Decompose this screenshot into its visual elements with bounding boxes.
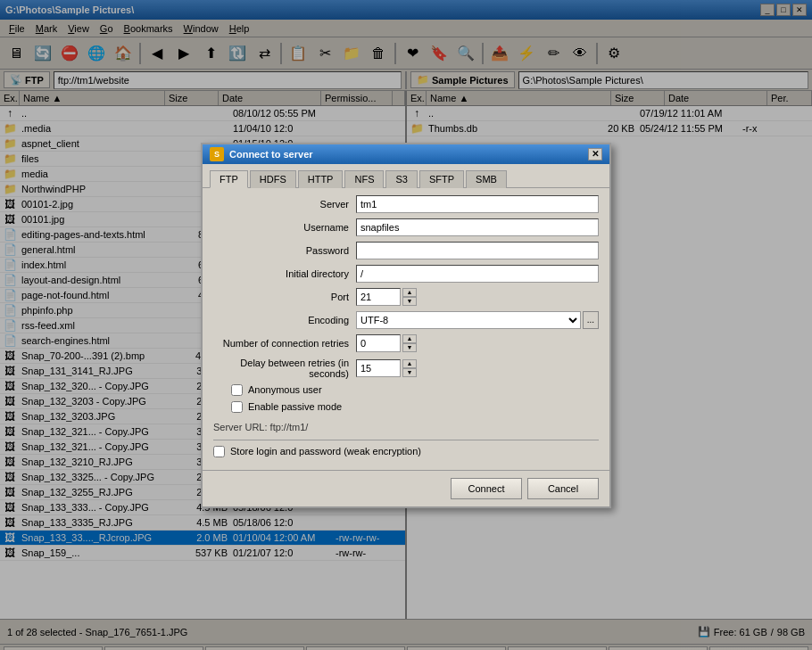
password-row: Password: [213, 242, 599, 259]
port-input[interactable]: [356, 288, 401, 306]
anonymous-row: Anonymous user: [213, 384, 599, 396]
retries-spin-up[interactable]: ▲: [402, 334, 417, 343]
dialog-tabs: FTP HDFS HTTP NFS S3 SFTP SMB: [203, 164, 609, 187]
passive-row: Enable passive mode: [213, 401, 599, 413]
port-label: Port: [213, 292, 356, 302]
passive-checkbox[interactable]: [231, 401, 243, 413]
dialog-title-left: S Connect to server: [210, 147, 313, 161]
server-row: Server: [213, 195, 599, 213]
username-row: Username: [213, 218, 599, 236]
port-row: Port ▲ ▼: [213, 288, 599, 306]
delay-spin-down[interactable]: ▼: [402, 368, 417, 377]
connect-button[interactable]: Connect: [451, 478, 522, 499]
delay-label: Delay between retries (in seconds): [213, 358, 356, 379]
store-checkbox[interactable]: [213, 446, 225, 457]
connect-dialog: S Connect to server ✕ FTP HDFS HTTP NFS …: [201, 143, 611, 508]
tab-ftp[interactable]: FTP: [210, 170, 248, 188]
server-input[interactable]: [356, 195, 599, 213]
tab-s3[interactable]: S3: [385, 170, 417, 188]
encoding-label: Encoding: [213, 315, 356, 325]
dialog-close-button[interactable]: ✕: [588, 148, 602, 160]
retries-spin-down[interactable]: ▼: [402, 343, 417, 352]
delay-spin-up[interactable]: ▲: [402, 359, 417, 368]
encoding-select[interactable]: UTF-8: [356, 311, 581, 329]
delay-row: Delay between retries (in seconds) ▲ ▼: [213, 358, 599, 379]
delay-spinner: ▲ ▼: [402, 359, 417, 377]
initial-dir-label: Initial directory: [213, 268, 356, 279]
dialog-overlay: S Connect to server ✕ FTP HDFS HTTP NFS …: [0, 0, 812, 650]
retries-label: Number of connection retries: [213, 338, 356, 349]
cancel-button[interactable]: Cancel: [527, 478, 599, 499]
tab-sftp[interactable]: SFTP: [419, 170, 464, 188]
delay-input[interactable]: [356, 359, 401, 377]
port-spin-up[interactable]: ▲: [402, 288, 417, 297]
encoding-group: UTF-8 ...: [356, 311, 599, 329]
passive-label: Enable passive mode: [248, 401, 342, 412]
dialog-buttons: Connect Cancel: [203, 470, 609, 506]
dialog-title-bar: S Connect to server ✕: [203, 144, 609, 164]
password-label: Password: [213, 245, 356, 256]
tab-smb[interactable]: SMB: [466, 170, 507, 188]
username-label: Username: [213, 222, 356, 233]
encoding-more-button[interactable]: ...: [583, 311, 599, 329]
port-spin-down[interactable]: ▼: [402, 297, 417, 306]
port-spinner: ▲ ▼: [402, 288, 417, 306]
tab-nfs[interactable]: NFS: [344, 170, 384, 188]
retries-input[interactable]: [356, 334, 401, 352]
retries-group: ▲ ▼: [356, 334, 417, 352]
encoding-row: Encoding UTF-8 ...: [213, 311, 599, 329]
password-input[interactable]: [356, 242, 599, 259]
dialog-title-text: Connect to server: [229, 149, 313, 160]
store-row: Store login and password (weak encryptio…: [213, 440, 599, 463]
dialog-form: Server Username Password Initial directo…: [203, 187, 609, 470]
retries-spinner: ▲ ▼: [402, 334, 417, 352]
delay-group: ▲ ▼: [356, 359, 417, 377]
retries-row: Number of connection retries ▲ ▼: [213, 334, 599, 352]
server-url: Server URL: ftp://tm1/: [213, 418, 599, 436]
initial-dir-input[interactable]: [356, 265, 599, 283]
username-input[interactable]: [356, 218, 599, 236]
initial-dir-row: Initial directory: [213, 265, 599, 283]
anonymous-label: Anonymous user: [248, 384, 322, 395]
anonymous-checkbox[interactable]: [231, 384, 243, 396]
port-group: ▲ ▼: [356, 288, 417, 306]
dialog-icon: S: [210, 147, 224, 161]
tab-hdfs[interactable]: HDFS: [250, 170, 296, 188]
server-label: Server: [213, 199, 356, 210]
store-label: Store login and password (weak encryptio…: [230, 446, 421, 457]
tab-http[interactable]: HTTP: [298, 170, 344, 188]
